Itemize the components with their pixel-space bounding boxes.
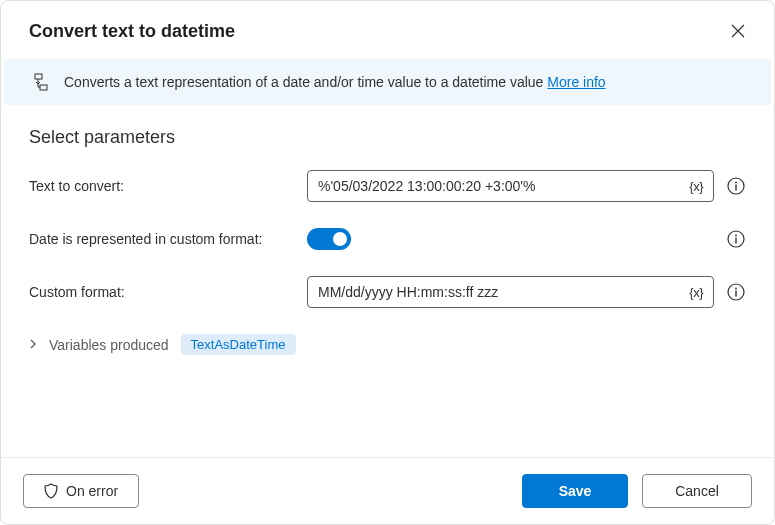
field-label: Custom format: [29,284,307,300]
help-button[interactable] [726,176,746,196]
cancel-button[interactable]: Cancel [642,474,752,508]
titlebar: Convert text to datetime [1,1,774,57]
info-bar: Converts a text representation of a date… [4,59,771,105]
field-custom-format: Custom format: {x} [29,276,746,308]
variables-label: Variables produced [49,337,169,353]
shield-icon [44,483,58,499]
chevron-right-icon [29,339,37,351]
dialog-body: Select parameters Text to convert: {x} D… [1,107,774,457]
field-custom-format-toggle: Date is represented in custom format: [29,228,746,250]
custom-format-input[interactable] [318,284,685,300]
close-button[interactable] [726,19,750,43]
svg-rect-0 [35,74,42,79]
text-to-convert-input-wrap[interactable]: {x} [307,170,714,202]
section-title: Select parameters [29,127,746,148]
button-group: Save Cancel [522,474,752,508]
variable-picker-button[interactable]: {x} [685,283,707,302]
dialog: Convert text to datetime Converts a text… [0,0,775,525]
save-label: Save [559,483,592,499]
action-icon [32,73,50,91]
info-text: Converts a text representation of a date… [64,74,606,90]
dialog-title: Convert text to datetime [29,21,235,42]
dialog-footer: On error Save Cancel [1,457,774,524]
field-text-to-convert: Text to convert: {x} [29,170,746,202]
on-error-button[interactable]: On error [23,474,139,508]
svg-rect-7 [735,238,736,244]
field-label: Text to convert: [29,178,307,194]
variable-picker-button[interactable]: {x} [685,177,707,196]
info-description: Converts a text representation of a date… [64,74,547,90]
svg-point-3 [735,182,737,184]
custom-format-toggle[interactable] [307,228,351,250]
help-button[interactable] [726,282,746,302]
save-button[interactable]: Save [522,474,628,508]
custom-format-input-wrap[interactable]: {x} [307,276,714,308]
info-icon [727,177,745,195]
svg-point-9 [735,288,737,290]
toggle-thumb [333,232,347,246]
svg-rect-4 [735,185,736,191]
close-icon [731,24,745,38]
help-button[interactable] [726,229,746,249]
on-error-label: On error [66,483,118,499]
info-icon [727,283,745,301]
svg-rect-10 [735,291,736,297]
variable-badge[interactable]: TextAsDateTime [181,334,296,355]
info-icon [727,230,745,248]
field-label: Date is represented in custom format: [29,231,307,247]
svg-point-6 [735,235,737,237]
svg-rect-1 [40,85,47,90]
more-info-link[interactable]: More info [547,74,605,90]
variables-produced-row[interactable]: Variables produced TextAsDateTime [29,334,746,355]
text-to-convert-input[interactable] [318,178,685,194]
cancel-label: Cancel [675,483,719,499]
